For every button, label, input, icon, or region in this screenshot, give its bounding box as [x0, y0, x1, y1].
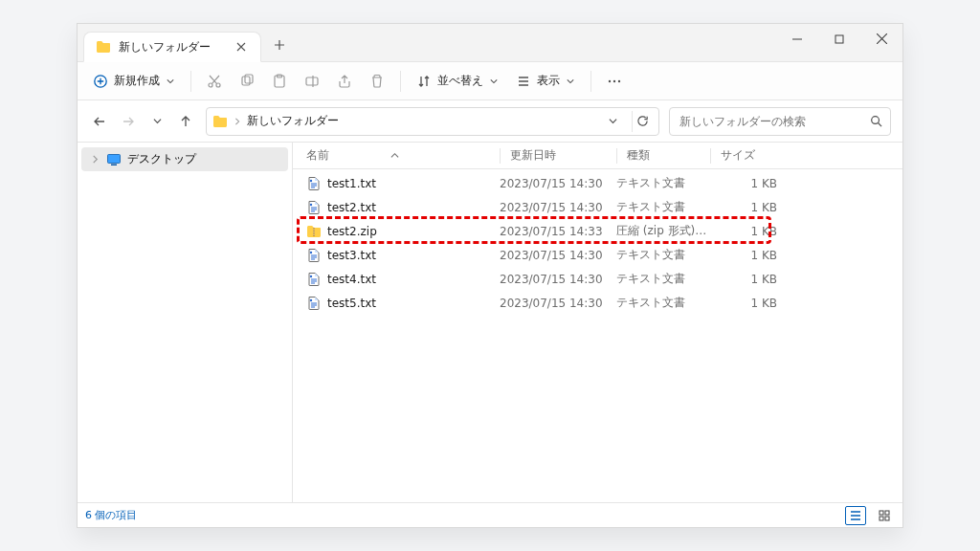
file-name: test5.txt	[327, 297, 376, 310]
separator	[400, 71, 401, 92]
zip-icon	[306, 224, 322, 239]
chevron-down-icon	[566, 77, 575, 86]
chevron-down-icon	[489, 77, 499, 86]
clipboard-icon	[272, 74, 287, 89]
file-type: テキスト文書	[616, 175, 710, 191]
file-type: テキスト文書	[616, 295, 710, 311]
rename-icon	[304, 74, 320, 89]
svg-point-21	[310, 298, 312, 300]
details-view-button[interactable]	[845, 506, 866, 525]
view-list-icon	[516, 74, 531, 89]
svg-point-17	[310, 203, 312, 205]
column-date[interactable]: 更新日時	[500, 143, 616, 168]
rename-button[interactable]	[297, 70, 327, 93]
svg-point-20	[310, 275, 312, 276]
more-button[interactable]	[599, 70, 630, 93]
svg-point-9	[609, 79, 611, 81]
chevron-right-icon[interactable]	[89, 154, 100, 165]
tiles-view-button[interactable]	[874, 506, 895, 525]
file-size: 1 KB	[710, 177, 787, 190]
delete-button[interactable]	[362, 70, 392, 93]
new-tab-button[interactable]	[265, 31, 294, 59]
chevron-down-icon	[166, 77, 175, 86]
svg-rect-5	[245, 75, 253, 83]
up-button[interactable]	[175, 111, 196, 132]
file-date: 2023/07/15 14:33	[500, 225, 616, 238]
svg-rect-4	[242, 77, 250, 85]
file-size: 1 KB	[710, 225, 787, 238]
tab-title: 新しいフォルダー	[119, 39, 224, 55]
share-icon	[337, 74, 352, 89]
file-date: 2023/07/15 14:30	[500, 249, 616, 262]
explorer-window: 新しいフォルダー	[77, 23, 903, 528]
file-date: 2023/07/15 14:30	[500, 177, 616, 190]
copy-icon	[239, 74, 255, 89]
back-button[interactable]	[89, 111, 110, 132]
scissors-icon	[207, 74, 222, 89]
recent-locations-button[interactable]	[146, 111, 167, 132]
command-bar: 新規作成	[78, 62, 902, 100]
paste-button[interactable]	[264, 70, 295, 93]
column-label: 更新日時	[510, 147, 556, 164]
file-row[interactable]: test2.zip2023/07/15 14:33圧縮 (zip 形式) フォ.…	[293, 219, 902, 243]
breadcrumb-segment[interactable]: 新しいフォルダー	[247, 113, 339, 129]
file-row[interactable]: test2.txt2023/07/15 14:30テキスト文書1 KB	[293, 195, 902, 219]
file-row[interactable]: test4.txt2023/07/15 14:30テキスト文書1 KB	[293, 267, 902, 291]
address-dropdown[interactable]	[603, 112, 622, 131]
column-headers: 名前 更新日時 種類 サイズ	[293, 143, 902, 169]
new-button-label: 新規作成	[114, 73, 160, 89]
forward-button[interactable]	[118, 111, 139, 132]
body: デスクトップ 名前 更新日時	[78, 143, 902, 502]
svg-rect-8	[306, 77, 318, 85]
file-name: test3.txt	[327, 249, 376, 262]
file-row[interactable]: test1.txt2023/07/15 14:30テキスト文書1 KB	[293, 171, 902, 195]
desktop-icon	[106, 152, 122, 167]
navigation-pane[interactable]: デスクトップ	[78, 143, 293, 502]
column-type[interactable]: 種類	[616, 143, 710, 168]
address-bar[interactable]: 新しいフォルダー	[206, 107, 659, 136]
sort-button[interactable]: 並べ替え	[409, 69, 506, 93]
file-date: 2023/07/15 14:30	[500, 273, 616, 286]
new-button[interactable]: 新規作成	[85, 69, 183, 93]
plus-circle-icon	[93, 74, 108, 89]
copy-button[interactable]	[232, 70, 262, 93]
sort-button-label: 並べ替え	[437, 73, 483, 89]
file-row[interactable]: test3.txt2023/07/15 14:30テキスト文書1 KB	[293, 243, 902, 267]
svg-point-3	[216, 83, 220, 87]
file-size: 1 KB	[710, 273, 787, 286]
close-tab-icon[interactable]	[232, 37, 251, 56]
status-text: 6 個の項目	[85, 508, 138, 522]
file-size: 1 KB	[710, 297, 787, 310]
search-box[interactable]	[669, 107, 891, 136]
close-window-button[interactable]	[860, 24, 902, 55]
file-type: 圧縮 (zip 形式) フォ...	[616, 223, 710, 239]
file-size: 1 KB	[710, 201, 787, 214]
share-button[interactable]	[329, 70, 360, 93]
nav-buttons	[89, 111, 196, 132]
text-file-icon	[306, 272, 322, 287]
file-type: テキスト文書	[616, 271, 710, 287]
column-label: サイズ	[721, 147, 755, 164]
tree-item-label: デスクトップ	[127, 151, 196, 167]
svg-point-12	[871, 117, 879, 124]
tab-active[interactable]: 新しいフォルダー	[83, 32, 261, 62]
refresh-button[interactable]	[632, 111, 653, 132]
tree-item-desktop[interactable]: デスクトップ	[81, 147, 288, 171]
file-row[interactable]: test5.txt2023/07/15 14:30テキスト文書1 KB	[293, 291, 902, 315]
cut-button[interactable]	[199, 70, 230, 93]
separator	[190, 71, 191, 92]
column-label: 種類	[627, 147, 650, 164]
column-size[interactable]: サイズ	[710, 143, 787, 168]
svg-rect-23	[885, 511, 889, 515]
maximize-button[interactable]	[818, 24, 860, 55]
status-bar: 6 個の項目	[78, 502, 902, 527]
text-file-icon	[306, 200, 322, 215]
minimize-button[interactable]	[776, 24, 818, 55]
column-name[interactable]: 名前	[306, 143, 500, 168]
svg-rect-13	[108, 154, 121, 163]
search-input[interactable]	[678, 114, 863, 129]
sort-asc-icon	[390, 151, 399, 160]
svg-point-10	[613, 79, 615, 81]
svg-rect-25	[885, 517, 889, 520]
view-button[interactable]: 表示	[508, 69, 583, 93]
